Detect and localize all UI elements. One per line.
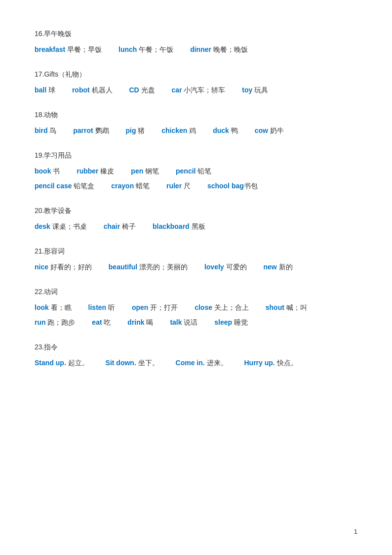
cn-close: 关上；合上: [214, 303, 249, 311]
cn-eat: 吃: [104, 318, 111, 326]
word-rubber: rubber 橡皮: [77, 167, 114, 175]
cn-pencil-case: 铅笔盒: [74, 182, 94, 190]
section-19: 19.学习用品 book 书 rubber 橡皮 pen 钢笔 pencil 铅…: [35, 151, 357, 193]
en-pencil-case: pencil case: [35, 182, 72, 190]
section-22-title: 22.动词: [35, 288, 357, 297]
cn-drink: 喝: [146, 318, 153, 326]
section-18: 18.动物 bird 鸟 parrot 鹦鹉 pig 猪 chicken 鸡 d…: [35, 111, 357, 137]
en-book: book: [35, 167, 51, 175]
en-blackboard: blackboard: [153, 222, 190, 230]
word-talk: talk 说话: [170, 318, 197, 326]
section-18-line-1: bird 鸟 parrot 鹦鹉 pig 猪 chicken 鸡 duck 鸭 …: [35, 124, 357, 137]
en-bird: bird: [35, 127, 47, 134]
section-19-title: 19.学习用品: [35, 151, 357, 160]
section-18-content: bird 鸟 parrot 鹦鹉 pig 猪 chicken 鸡 duck 鸭 …: [35, 124, 357, 137]
word-hurry-up: Hurry up. 快点。: [244, 359, 297, 367]
word-ball: ball 球: [35, 86, 55, 94]
cn-come-in: 进来。: [207, 359, 228, 367]
word-parrot: parrot 鹦鹉: [73, 127, 109, 134]
section-22: 22.动词 look 看；瞧 listen 听 open 开；打开 close …: [35, 288, 357, 329]
word-sleep: sleep 睡觉: [214, 318, 248, 326]
cn-cow: 奶牛: [270, 127, 284, 134]
word-crayon: crayon 蜡笔: [111, 182, 150, 190]
cn-breakfast: 早餐；早饭: [67, 45, 102, 53]
page: 16.早午晚饭 breakfast 早餐；早饭 lunch 午餐；午饭 dinn…: [0, 0, 392, 555]
cn-stand-up: 起立。: [68, 359, 89, 367]
cn-dinner: 晚餐；晚饭: [213, 45, 248, 53]
word-lovely: lovely 可爱的: [204, 263, 247, 271]
section-23-line-1: Stand up. 起立。 Sit down. 坐下。 Come in. 进来。…: [35, 356, 357, 370]
en-come-in: Come in.: [176, 359, 205, 367]
en-dinner: dinner: [190, 45, 211, 53]
cn-school-bag: 书包: [244, 182, 258, 190]
section-17-line-1: ball 球 robot 机器人 CD 光盘 car 小汽车；轿车 toy 玩具: [35, 83, 357, 97]
word-pencil-case: pencil case 铅笔盒: [35, 182, 94, 190]
cn-robot: 机器人: [92, 86, 113, 94]
section-20-content: desk 课桌；书桌 chair 椅子 blackboard 黑板: [35, 219, 357, 233]
en-new: new: [263, 263, 276, 271]
section-16-title: 16.早午晚饭: [35, 30, 357, 39]
cn-chicken: 鸡: [189, 127, 196, 134]
section-20: 20.教学设备 desk 课桌；书桌 chair 椅子 blackboard 黑…: [35, 207, 357, 233]
cn-sleep: 睡觉: [234, 318, 248, 326]
cn-parrot: 鹦鹉: [95, 127, 109, 134]
word-nice: nice 好看的；好的: [35, 263, 92, 271]
en-lunch: lunch: [118, 45, 137, 53]
word-robot: robot 机器人: [72, 86, 113, 94]
section-16-line-1: breakfast 早餐；早饭 lunch 午餐；午饭 dinner 晚餐；晚饭: [35, 43, 357, 56]
en-pencil: pencil: [176, 167, 196, 175]
en-cow: cow: [255, 127, 268, 134]
en-run: run: [35, 318, 46, 326]
cn-sit-down: 坐下。: [138, 359, 159, 367]
section-17-content: ball 球 robot 机器人 CD 光盘 car 小汽车；轿车 toy 玩具: [35, 83, 357, 97]
en-drink: drink: [127, 318, 144, 326]
cn-beautiful: 漂亮的；美丽的: [139, 263, 188, 271]
word-beautiful: beautiful 漂亮的；美丽的: [109, 263, 188, 271]
section-19-line-2: pencil case 铅笔盒 crayon 蜡笔 ruler 尺 school…: [35, 179, 357, 193]
en-pig: pig: [125, 127, 136, 134]
en-sleep: sleep: [214, 318, 232, 326]
en-shout: shout: [266, 303, 284, 311]
en-desk: desk: [35, 222, 50, 230]
en-lovely: lovely: [204, 263, 224, 271]
cn-ball: 球: [48, 86, 55, 94]
word-desk: desk 课桌；书桌: [35, 222, 87, 230]
word-stand-up: Stand up. 起立。: [35, 359, 89, 367]
section-17-title: 17.Gifts（礼物）: [35, 70, 357, 79]
page-number: 1: [354, 528, 357, 535]
section-22-line-2: run 跑；跑步 eat 吃 drink 喝 talk 说话 sleep 睡觉: [35, 315, 357, 329]
en-parrot: parrot: [73, 127, 93, 134]
word-eat: eat 吃: [92, 318, 111, 326]
word-cow: cow 奶牛: [255, 127, 284, 134]
cn-chair: 椅子: [122, 222, 136, 230]
section-21: 21.形容词 nice 好看的；好的 beautiful 漂亮的；美丽的 lov…: [35, 247, 357, 274]
section-20-title: 20.教学设备: [35, 207, 357, 215]
en-crayon: crayon: [111, 182, 134, 190]
word-ruler: ruler 尺: [166, 182, 191, 190]
word-sit-down: Sit down. 坐下。: [106, 359, 159, 367]
word-run: run 跑；跑步: [35, 318, 75, 326]
en-pen: pen: [131, 167, 143, 175]
section-21-content: nice 好看的；好的 beautiful 漂亮的；美丽的 lovely 可爱的…: [35, 260, 357, 274]
word-close: close 关上；合上: [195, 303, 249, 311]
cn-car: 小汽车；轿车: [184, 86, 225, 94]
en-talk: talk: [170, 318, 182, 326]
en-close: close: [195, 303, 212, 311]
cn-ruler: 尺: [184, 182, 191, 190]
cn-pen: 钢笔: [145, 167, 159, 175]
cn-look: 看；瞧: [51, 303, 72, 311]
word-come-in: Come in. 进来。: [176, 359, 228, 367]
word-pig: pig 猪: [125, 127, 145, 134]
cn-run: 跑；跑步: [47, 318, 75, 326]
word-cd: CD 光盘: [129, 86, 155, 94]
cn-pig: 猪: [138, 127, 145, 134]
en-look: look: [35, 303, 49, 311]
word-open: open 开；打开: [132, 303, 178, 311]
section-23: 23.指令 Stand up. 起立。 Sit down. 坐下。 Come i…: [35, 343, 357, 370]
en-school-bag: school bag: [207, 182, 244, 190]
en-beautiful: beautiful: [109, 263, 137, 271]
word-listen: listen 听: [88, 303, 115, 311]
en-rubber: rubber: [77, 167, 98, 175]
en-ruler: ruler: [166, 182, 182, 190]
en-sit-down: Sit down.: [106, 359, 136, 367]
